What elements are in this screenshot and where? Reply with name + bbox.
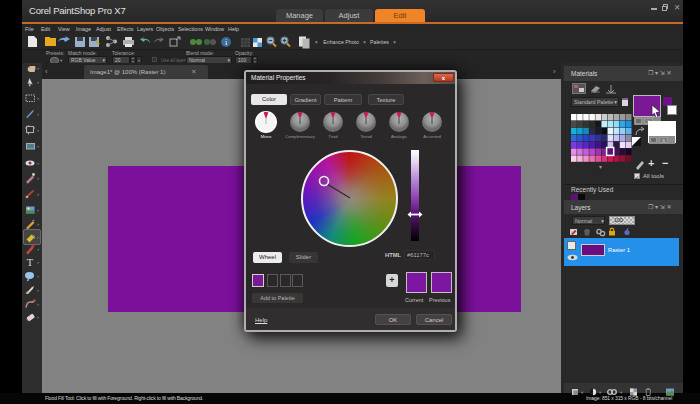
svg-text:▾: ▾	[620, 390, 623, 395]
svg-text:▾: ▾	[599, 390, 602, 395]
svg-text:T: T	[27, 257, 34, 268]
svg-text:▾: ▾	[581, 390, 584, 395]
